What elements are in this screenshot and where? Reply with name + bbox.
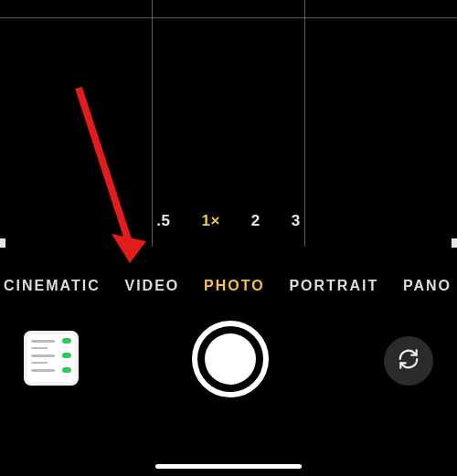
home-indicator[interactable] [155,464,302,469]
thumbnail-preview [27,334,75,382]
zoom-option-2x[interactable]: 2 [251,212,260,230]
flip-camera-icon [397,347,420,375]
mode-cinematic[interactable]: CINEMATIC [4,278,101,294]
zoom-option-1x[interactable]: 1× [201,212,219,230]
viewfinder-tick-left [0,238,5,248]
camera-app: { "zoom": { "options": [".5", "1×", "2",… [0,0,457,476]
grid-horizontal-line [0,17,457,18]
flip-camera-button[interactable] [384,336,433,386]
mode-portrait[interactable]: PORTRAIT [289,278,378,294]
mode-selector[interactable]: CINEMATIC VIDEO PHOTO PORTRAIT PANO [0,270,457,301]
zoom-selector[interactable]: .5 1× 2 3 [0,203,457,239]
mode-pano[interactable]: PANO [403,278,452,294]
mode-photo[interactable]: PHOTO [204,278,265,294]
shutter-inner [205,333,256,385]
bottom-controls [0,316,457,435]
shutter-button[interactable] [192,321,269,397]
mode-video[interactable]: VIDEO [124,278,179,294]
zoom-option-3x[interactable]: 3 [292,212,301,230]
viewfinder-tick-right [452,238,457,248]
zoom-option-0-5x[interactable]: .5 [156,212,170,230]
last-photo-thumbnail[interactable] [24,331,79,386]
